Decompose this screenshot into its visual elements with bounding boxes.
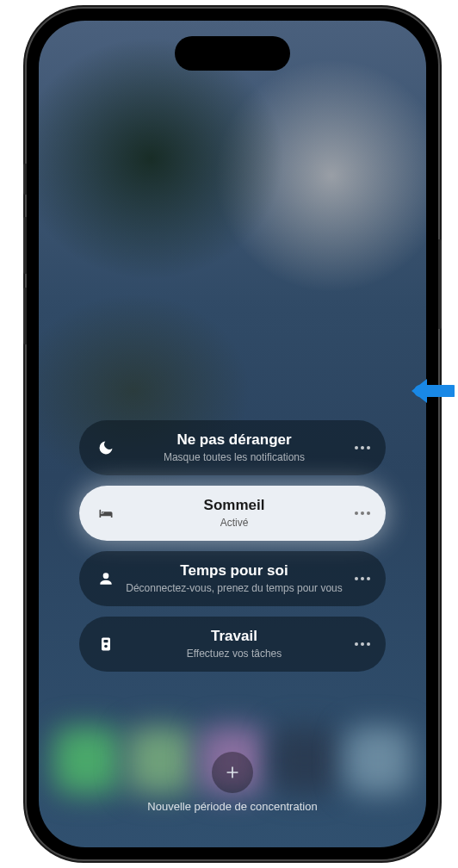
focus-list: Ne pas déranger Masque toutes les notifi… <box>39 170 426 672</box>
focus-item-personal[interactable]: Temps pour soi Déconnectez-vous, prenez … <box>79 551 386 606</box>
badge-icon <box>96 635 115 654</box>
mute-switch[interactable] <box>23 164 27 195</box>
more-icon[interactable] <box>355 642 370 646</box>
dynamic-island <box>175 36 290 71</box>
moon-icon <box>96 438 115 457</box>
person-icon <box>96 569 115 588</box>
phone-frame: Ne pas déranger Masque toutes les notifi… <box>27 9 438 859</box>
focus-subtitle: Déconnectez-vous, prenez du temps pour v… <box>126 582 343 595</box>
svg-rect-1 <box>104 640 108 642</box>
focus-text: Ne pas déranger Masque toutes les notifi… <box>126 431 343 463</box>
more-icon[interactable] <box>355 512 370 515</box>
bed-icon <box>96 504 115 523</box>
more-icon[interactable] <box>355 577 370 580</box>
focus-item-sleep[interactable]: Sommeil Activé <box>79 486 386 541</box>
focus-title: Travail <box>126 628 343 645</box>
focus-title: Temps pour soi <box>126 562 343 580</box>
focus-title: Sommeil <box>126 497 343 514</box>
focus-text: Travail Effectuez vos tâches <box>126 628 343 660</box>
new-focus-label: Nouvelle période de concentration <box>147 800 317 813</box>
svg-point-2 <box>104 645 108 648</box>
focus-subtitle: Masque toutes les notifications <box>126 451 343 464</box>
annotation-arrow-icon <box>410 375 455 406</box>
focus-subtitle: Effectuez vos tâches <box>126 648 343 660</box>
focus-item-dnd[interactable]: Ne pas déranger Masque toutes les notifi… <box>79 420 386 475</box>
focus-title: Ne pas déranger <box>126 431 343 449</box>
screen: Ne pas déranger Masque toutes les notifi… <box>39 21 426 847</box>
volume-down-button[interactable] <box>23 288 27 344</box>
focus-text: Temps pour soi Déconnectez-vous, prenez … <box>126 562 343 594</box>
focus-subtitle: Activé <box>126 517 343 530</box>
focus-item-work[interactable]: Travail Effectuez vos tâches <box>79 617 386 672</box>
volume-up-button[interactable] <box>23 217 27 274</box>
side-button[interactable] <box>438 239 442 329</box>
focus-text: Sommeil Activé <box>126 497 343 529</box>
svg-rect-0 <box>102 638 110 651</box>
focus-overlay: Ne pas déranger Masque toutes les notifi… <box>39 21 426 847</box>
new-focus[interactable]: Nouvelle période de concentration <box>39 752 426 813</box>
more-icon[interactable] <box>355 446 370 450</box>
plus-icon[interactable] <box>212 752 253 793</box>
